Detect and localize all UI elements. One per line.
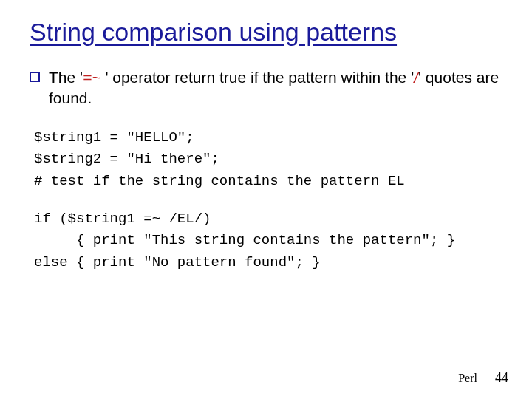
bullet-pre: The ' <box>49 69 83 86</box>
bullet-square-icon <box>30 72 40 82</box>
page-title: String comparison using patterns <box>30 18 502 47</box>
slide-footer: Perl 44 <box>458 370 508 386</box>
bullet-mid: ' operator return true if the pattern wi… <box>101 69 415 86</box>
footer-page-number: 44 <box>495 370 508 386</box>
bullet-item: The '=~ ' operator return true if the pa… <box>30 67 502 109</box>
footer-label: Perl <box>458 372 477 385</box>
bullet-text: The '=~ ' operator return true if the pa… <box>49 67 502 109</box>
operator-equals-tilde: =~ <box>83 69 101 86</box>
code-block-1: $string1 = "HELLO"; $string2 = "Hi there… <box>34 127 502 192</box>
slide: String comparison using patterns The '=~… <box>0 0 532 399</box>
code-block-2: if ($string1 =~ /EL/) { print "This stri… <box>34 208 502 273</box>
